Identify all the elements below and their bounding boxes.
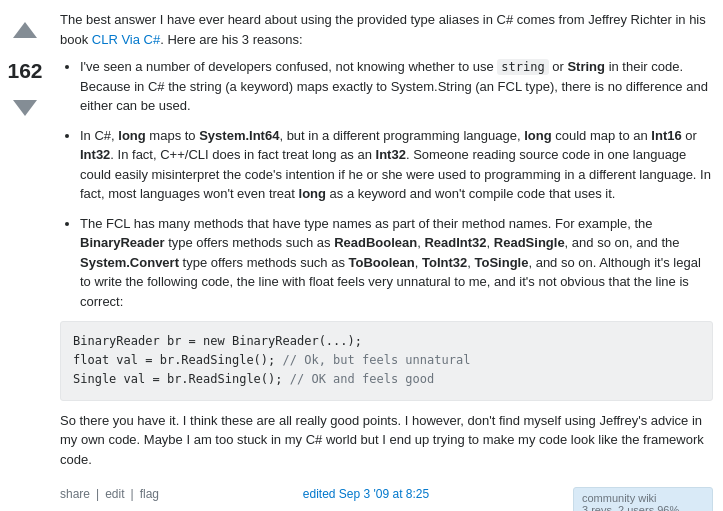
strong-int16: Int16: [651, 128, 681, 143]
answer-footer: share | edit | flag edited Sep 3 '09 at …: [60, 481, 713, 511]
book-link[interactable]: CLR Via C#: [92, 32, 160, 47]
strong-toint32: ToInt32: [422, 255, 467, 270]
flag-link[interactable]: flag: [140, 487, 159, 501]
strong-long-1: long: [118, 128, 145, 143]
intro-text-2: . Here are his 3 reasons:: [160, 32, 302, 47]
strong-convert: System.Convert: [80, 255, 179, 270]
strong-int32: Int32: [80, 147, 110, 162]
revs-label: 3 revs, 2 users 96%: [582, 504, 704, 511]
user-card: community wiki 3 revs, 2 users 96% Luke …: [573, 487, 713, 511]
strong-readint32: ReadInt32: [424, 235, 486, 250]
code-line-2: float val = br.ReadSingle(); // Ok, but …: [73, 351, 700, 370]
code-text-1: BinaryReader br = new BinaryReader(...);: [73, 334, 362, 348]
vote-up-button[interactable]: [5, 14, 45, 57]
strong-readboolean: ReadBoolean: [334, 235, 417, 250]
strong-long-2: long: [524, 128, 551, 143]
vote-count: 162: [7, 57, 42, 84]
intro-paragraph: The best answer I have ever heard about …: [60, 10, 713, 49]
code-string: string: [497, 59, 548, 75]
strong-readsingle: ReadSingle: [494, 235, 565, 250]
bullet-1: I've seen a number of developers confuse…: [80, 57, 713, 116]
comment-1: // Ok, but feels unnatural: [283, 353, 471, 367]
strong-toboolean: ToBoolean: [349, 255, 415, 270]
comment-2: // OK and feels good: [290, 372, 435, 386]
strong-int64: System.Int64: [199, 128, 279, 143]
code-block: BinaryReader br = new BinaryReader(...);…: [60, 321, 713, 401]
reasons-list: I've seen a number of developers confuse…: [80, 57, 713, 311]
closing-paragraph: So there you have it. I think these are …: [60, 411, 713, 470]
strong-int32-2: Int32: [376, 147, 406, 162]
vote-down-button[interactable]: [5, 84, 45, 127]
code-line-1: BinaryReader br = new BinaryReader(...);: [73, 332, 700, 351]
share-link[interactable]: share: [60, 487, 90, 501]
strong-tosingle: ToSingle: [475, 255, 529, 270]
edit-link[interactable]: edit: [105, 487, 124, 501]
answer-text: The best answer I have ever heard about …: [60, 10, 713, 469]
bullet-3: The FCL has many methods that have type …: [80, 214, 713, 312]
separator-1: |: [96, 487, 99, 501]
code-line-3: Single val = br.ReadSingle(); // OK and …: [73, 370, 700, 389]
community-wiki-label: community wiki: [582, 492, 704, 504]
edit-info: edited Sep 3 '09 at 8:25: [303, 487, 429, 501]
edited-link[interactable]: edited Sep 3 '09 at 8:25: [303, 487, 429, 501]
strong-String: String: [567, 59, 605, 74]
strong-long-3: long: [299, 186, 326, 201]
separator-2: |: [131, 487, 134, 501]
answer-body: The best answer I have ever heard about …: [50, 10, 723, 511]
strong-binaryreader: BinaryReader: [80, 235, 165, 250]
bullet-2: In C#, long maps to System.Int64, but in…: [80, 126, 713, 204]
vote-cell: 162: [0, 10, 50, 511]
footer-actions: share | edit | flag: [60, 487, 159, 501]
answer-container: 162 The best answer I have ever heard ab…: [0, 0, 723, 511]
